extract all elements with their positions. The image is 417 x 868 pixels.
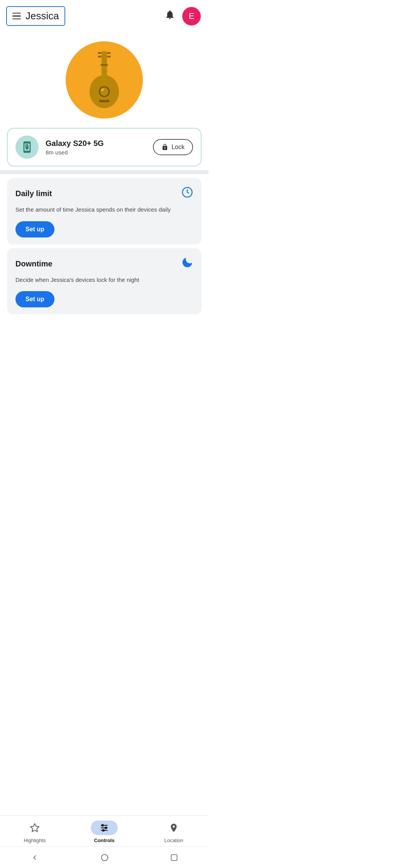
moon-icon [181,257,193,271]
section-divider [0,170,208,174]
daily-limit-description: Set the amount of time Jessica spends on… [15,205,193,214]
notifications-icon[interactable] [164,9,175,23]
clock-icon [181,186,193,201]
hamburger-menu-icon[interactable] [12,13,21,20]
user-avatar[interactable]: E [182,7,201,25]
downtime-title: Downtime [15,259,53,268]
device-icon [15,136,39,159]
svg-rect-4 [107,56,111,58]
svg-rect-3 [98,56,102,58]
svg-rect-2 [107,52,111,54]
daily-limit-setup-button[interactable]: Set up [15,221,54,237]
downtime-description: Decide when Jessica's devices lock for t… [15,276,193,285]
profile-section [0,31,208,128]
downtime-header: Downtime [15,257,193,271]
downtime-setup-button[interactable]: Set up [15,291,54,307]
downtime-card: Downtime Decide when Jessica's devices l… [7,248,202,315]
lock-button[interactable]: Lock [153,139,193,155]
device-usage: 8m used [46,149,146,156]
guitar-icon [79,50,129,110]
daily-limit-card: Daily limit Set the amount of time Jessi… [7,178,202,244]
device-name: Galaxy S20+ 5G [46,139,146,148]
svg-rect-14 [25,147,29,149]
svg-rect-1 [98,52,102,54]
profile-avatar-circle [66,41,143,119]
device-card: Galaxy S20+ 5G 8m used Lock [7,128,202,166]
header-right-group: E [164,7,201,25]
app-header: Jessica E [0,0,208,31]
device-info: Galaxy S20+ 5G 8m used [46,139,146,156]
svg-rect-5 [100,64,108,66]
page-title: Jessica [25,10,59,22]
daily-limit-title: Daily limit [15,189,52,198]
header-left-group: Jessica [6,6,65,26]
lock-button-label: Lock [171,144,185,151]
daily-limit-header: Daily limit [15,186,193,201]
